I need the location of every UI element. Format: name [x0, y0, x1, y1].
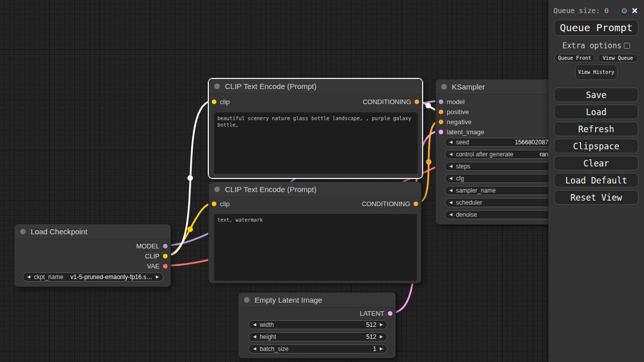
- stepper-left-icon[interactable]: ◀: [449, 140, 452, 144]
- settings-gear-icon[interactable]: ⚙: [622, 6, 627, 15]
- cfg-widget[interactable]: ◀ cfg ▶: [445, 174, 566, 183]
- stepper-left-icon[interactable]: ◀: [253, 347, 256, 351]
- prompt-textarea[interactable]: text, watermark: [214, 214, 417, 281]
- view-history-button[interactable]: View History: [575, 64, 617, 80]
- load-button[interactable]: Load: [554, 105, 638, 119]
- node-title: Empty Latent Image: [255, 296, 322, 304]
- node-header[interactable]: CLIP Text Encode (Prompt): [209, 79, 422, 94]
- batch-size-widget[interactable]: ◀ batch_size 1 ▶: [249, 344, 387, 353]
- collapse-dot-icon[interactable]: [441, 84, 447, 89]
- node-title: Load Checkpoint: [31, 227, 88, 236]
- stepper-right-icon[interactable]: ▶: [156, 275, 159, 279]
- ckpt-name-widget[interactable]: ◀ ckpt_name v1-5-pruned-emaonly-fp16.s… …: [23, 273, 164, 282]
- prompt-textarea[interactable]: beautiful scenery nature glass bottle la…: [214, 112, 418, 174]
- width-widget[interactable]: ◀ width 512 ▶: [249, 320, 387, 329]
- node-title: CLIP Text Encode (Prompt): [225, 82, 316, 90]
- output-slot-conditioning: CONDITIONING: [209, 200, 421, 208]
- denoise-widget[interactable]: ◀ denoise ▶: [445, 210, 566, 219]
- output-slot-model: MODEL: [15, 242, 171, 250]
- queue-size-label: Queue size: 0: [553, 7, 617, 15]
- slot-dot-model[interactable]: [439, 100, 443, 104]
- stepper-left-icon[interactable]: ◀: [449, 164, 452, 168]
- slot-dot-model[interactable]: [163, 244, 168, 248]
- output-slot-clip: CLIP: [15, 252, 171, 260]
- output-slot-vae: VAE: [15, 262, 171, 270]
- scheduler-widget[interactable]: ◀ scheduler ▶: [445, 198, 566, 207]
- stepper-left-icon[interactable]: ◀: [449, 152, 452, 156]
- clear-button[interactable]: Clear: [554, 156, 638, 170]
- node-header[interactable]: CLIP Text Encode (Prompt): [209, 182, 421, 197]
- height-widget[interactable]: ◀ height 512 ▶: [249, 332, 387, 341]
- seed-widget[interactable]: ◀ seed 1566802087 ▶: [445, 138, 566, 147]
- queue-prompt-button[interactable]: Queue Prompt: [554, 20, 638, 36]
- node-header[interactable]: Empty Latent Image: [238, 293, 395, 308]
- slot-dot-conditioning[interactable]: [439, 110, 443, 114]
- node-clip-text-encode-negative[interactable]: CLIP Text Encode (Prompt) clip CONDITION…: [208, 182, 422, 284]
- node-header[interactable]: Load Checkpoint: [15, 224, 171, 239]
- stepper-left-icon[interactable]: ◀: [253, 323, 256, 327]
- output-slot-conditioning: CONDITIONING: [209, 98, 422, 106]
- clipspace-button[interactable]: Clipspace: [554, 139, 638, 153]
- slot-dot-vae[interactable]: [163, 264, 168, 268]
- slot-dot-clip[interactable]: [163, 254, 168, 258]
- node-empty-latent-image[interactable]: Empty Latent Image LATENT ◀ width 512 ▶ …: [238, 292, 396, 358]
- stepper-left-icon[interactable]: ◀: [449, 189, 452, 193]
- steps-widget[interactable]: ◀ steps ▶: [445, 162, 566, 171]
- extra-options-label: Extra options: [562, 41, 621, 50]
- stepper-left-icon[interactable]: ◀: [27, 275, 30, 279]
- node-title: KSampler: [452, 82, 485, 91]
- node-clip-text-encode-positive[interactable]: CLIP Text Encode (Prompt) clip CONDITION…: [208, 78, 423, 178]
- link-dot: [426, 103, 431, 109]
- collapse-dot-icon[interactable]: [244, 297, 250, 303]
- link-dot: [188, 175, 193, 181]
- sampler-name-widget[interactable]: ◀ sampler_name ▶: [445, 186, 566, 195]
- refresh-button[interactable]: Refresh: [554, 122, 638, 136]
- stepper-right-icon[interactable]: ▶: [380, 323, 383, 327]
- node-load-checkpoint[interactable]: Load Checkpoint MODEL CLIP VAE ◀ ckpt_na…: [14, 224, 171, 287]
- collapse-dot-icon[interactable]: [214, 83, 220, 89]
- link-dot: [188, 227, 193, 232]
- output-slot-latent: LATENT: [238, 309, 395, 317]
- slot-dot-conditioning[interactable]: [439, 120, 443, 124]
- reset-view-button[interactable]: Reset View: [554, 190, 638, 205]
- collapse-dot-icon[interactable]: [20, 229, 26, 234]
- stepper-left-icon[interactable]: ◀: [449, 213, 452, 217]
- comfy-menu: Queue size: 0 ⚙ × Queue Prompt Extra opt…: [548, 0, 644, 362]
- node-title: CLIP Text Encode (Prompt): [225, 185, 316, 194]
- queue-front-button[interactable]: Queue Front: [554, 54, 595, 62]
- view-queue-button[interactable]: View Queue: [598, 54, 638, 62]
- slot-dot-conditioning[interactable]: [414, 202, 418, 206]
- stepper-left-icon[interactable]: ◀: [449, 176, 452, 180]
- stepper-right-icon[interactable]: ▶: [380, 347, 383, 351]
- slot-dot-conditioning[interactable]: [415, 100, 419, 104]
- save-button[interactable]: Save: [554, 87, 638, 102]
- stepper-left-icon[interactable]: ◀: [449, 201, 452, 205]
- stepper-right-icon[interactable]: ▶: [380, 335, 383, 339]
- stepper-left-icon[interactable]: ◀: [253, 335, 256, 339]
- slot-dot-latent[interactable]: [439, 130, 443, 134]
- extra-options-checkbox[interactable]: [624, 43, 630, 49]
- link-dot: [426, 159, 432, 165]
- graph-canvas[interactable]: CLIP Text Encode (Prompt) clip CONDITION…: [0, 0, 644, 362]
- close-icon[interactable]: ×: [631, 7, 638, 15]
- collapse-dot-icon[interactable]: [214, 187, 220, 192]
- load-default-button[interactable]: Load Default: [554, 173, 638, 188]
- slot-dot-latent[interactable]: [388, 311, 392, 316]
- control-after-generate-widget[interactable]: ◀ control after generate ran ▶: [445, 150, 566, 159]
